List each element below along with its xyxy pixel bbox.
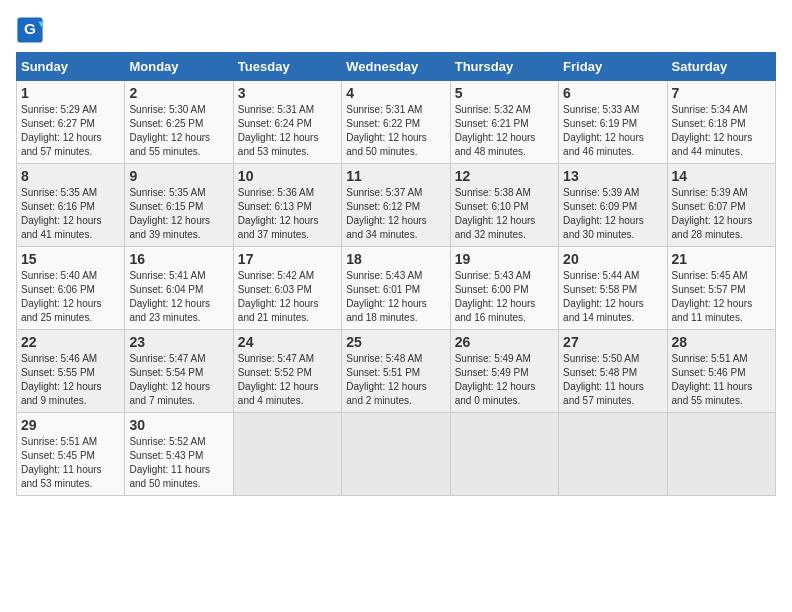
day-number: 1 (21, 85, 120, 101)
day-info: Sunrise: 5:44 AM Sunset: 5:58 PM Dayligh… (563, 269, 662, 325)
day-info: Sunrise: 5:38 AM Sunset: 6:10 PM Dayligh… (455, 186, 554, 242)
day-number: 19 (455, 251, 554, 267)
day-number: 13 (563, 168, 662, 184)
day-info: Sunrise: 5:32 AM Sunset: 6:21 PM Dayligh… (455, 103, 554, 159)
day-number: 18 (346, 251, 445, 267)
calendar-cell: 26Sunrise: 5:49 AM Sunset: 5:49 PM Dayli… (450, 330, 558, 413)
day-info: Sunrise: 5:36 AM Sunset: 6:13 PM Dayligh… (238, 186, 337, 242)
page-header: G (16, 16, 776, 44)
day-info: Sunrise: 5:49 AM Sunset: 5:49 PM Dayligh… (455, 352, 554, 408)
calendar-cell: 4Sunrise: 5:31 AM Sunset: 6:22 PM Daylig… (342, 81, 450, 164)
day-info: Sunrise: 5:39 AM Sunset: 6:09 PM Dayligh… (563, 186, 662, 242)
day-info: Sunrise: 5:50 AM Sunset: 5:48 PM Dayligh… (563, 352, 662, 408)
day-info: Sunrise: 5:35 AM Sunset: 6:15 PM Dayligh… (129, 186, 228, 242)
calendar-cell: 3Sunrise: 5:31 AM Sunset: 6:24 PM Daylig… (233, 81, 341, 164)
week-row-2: 15Sunrise: 5:40 AM Sunset: 6:06 PM Dayli… (17, 247, 776, 330)
day-number: 28 (672, 334, 771, 350)
header-tuesday: Tuesday (233, 53, 341, 81)
logo-icon: G (16, 16, 44, 44)
calendar-cell: 27Sunrise: 5:50 AM Sunset: 5:48 PM Dayli… (559, 330, 667, 413)
day-info: Sunrise: 5:42 AM Sunset: 6:03 PM Dayligh… (238, 269, 337, 325)
day-info: Sunrise: 5:45 AM Sunset: 5:57 PM Dayligh… (672, 269, 771, 325)
calendar-cell (342, 413, 450, 496)
day-info: Sunrise: 5:34 AM Sunset: 6:18 PM Dayligh… (672, 103, 771, 159)
day-info: Sunrise: 5:40 AM Sunset: 6:06 PM Dayligh… (21, 269, 120, 325)
day-info: Sunrise: 5:51 AM Sunset: 5:45 PM Dayligh… (21, 435, 120, 491)
calendar-cell: 17Sunrise: 5:42 AM Sunset: 6:03 PM Dayli… (233, 247, 341, 330)
week-row-1: 8Sunrise: 5:35 AM Sunset: 6:16 PM Daylig… (17, 164, 776, 247)
calendar-cell: 24Sunrise: 5:47 AM Sunset: 5:52 PM Dayli… (233, 330, 341, 413)
day-number: 4 (346, 85, 445, 101)
day-number: 30 (129, 417, 228, 433)
day-number: 3 (238, 85, 337, 101)
svg-text:G: G (24, 20, 36, 37)
calendar-cell: 8Sunrise: 5:35 AM Sunset: 6:16 PM Daylig… (17, 164, 125, 247)
day-number: 29 (21, 417, 120, 433)
header-saturday: Saturday (667, 53, 775, 81)
day-info: Sunrise: 5:35 AM Sunset: 6:16 PM Dayligh… (21, 186, 120, 242)
calendar-cell (450, 413, 558, 496)
day-info: Sunrise: 5:47 AM Sunset: 5:54 PM Dayligh… (129, 352, 228, 408)
day-number: 24 (238, 334, 337, 350)
calendar-cell: 7Sunrise: 5:34 AM Sunset: 6:18 PM Daylig… (667, 81, 775, 164)
calendar-cell: 11Sunrise: 5:37 AM Sunset: 6:12 PM Dayli… (342, 164, 450, 247)
calendar-cell: 5Sunrise: 5:32 AM Sunset: 6:21 PM Daylig… (450, 81, 558, 164)
day-number: 14 (672, 168, 771, 184)
header-row: SundayMondayTuesdayWednesdayThursdayFrid… (17, 53, 776, 81)
header-wednesday: Wednesday (342, 53, 450, 81)
day-number: 11 (346, 168, 445, 184)
calendar-table: SundayMondayTuesdayWednesdayThursdayFrid… (16, 52, 776, 496)
day-number: 16 (129, 251, 228, 267)
day-info: Sunrise: 5:43 AM Sunset: 6:01 PM Dayligh… (346, 269, 445, 325)
calendar-cell: 14Sunrise: 5:39 AM Sunset: 6:07 PM Dayli… (667, 164, 775, 247)
day-info: Sunrise: 5:43 AM Sunset: 6:00 PM Dayligh… (455, 269, 554, 325)
day-number: 25 (346, 334, 445, 350)
calendar-cell (667, 413, 775, 496)
day-info: Sunrise: 5:41 AM Sunset: 6:04 PM Dayligh… (129, 269, 228, 325)
day-number: 15 (21, 251, 120, 267)
header-friday: Friday (559, 53, 667, 81)
calendar-cell: 30Sunrise: 5:52 AM Sunset: 5:43 PM Dayli… (125, 413, 233, 496)
logo: G (16, 16, 48, 44)
calendar-cell: 18Sunrise: 5:43 AM Sunset: 6:01 PM Dayli… (342, 247, 450, 330)
day-number: 20 (563, 251, 662, 267)
calendar-cell: 19Sunrise: 5:43 AM Sunset: 6:00 PM Dayli… (450, 247, 558, 330)
day-number: 5 (455, 85, 554, 101)
day-number: 22 (21, 334, 120, 350)
day-number: 27 (563, 334, 662, 350)
calendar-cell: 10Sunrise: 5:36 AM Sunset: 6:13 PM Dayli… (233, 164, 341, 247)
day-info: Sunrise: 5:31 AM Sunset: 6:22 PM Dayligh… (346, 103, 445, 159)
day-info: Sunrise: 5:30 AM Sunset: 6:25 PM Dayligh… (129, 103, 228, 159)
day-number: 17 (238, 251, 337, 267)
day-info: Sunrise: 5:33 AM Sunset: 6:19 PM Dayligh… (563, 103, 662, 159)
day-number: 9 (129, 168, 228, 184)
day-number: 10 (238, 168, 337, 184)
day-info: Sunrise: 5:29 AM Sunset: 6:27 PM Dayligh… (21, 103, 120, 159)
day-info: Sunrise: 5:52 AM Sunset: 5:43 PM Dayligh… (129, 435, 228, 491)
day-info: Sunrise: 5:37 AM Sunset: 6:12 PM Dayligh… (346, 186, 445, 242)
calendar-cell: 1Sunrise: 5:29 AM Sunset: 6:27 PM Daylig… (17, 81, 125, 164)
calendar-cell: 2Sunrise: 5:30 AM Sunset: 6:25 PM Daylig… (125, 81, 233, 164)
day-number: 23 (129, 334, 228, 350)
day-info: Sunrise: 5:48 AM Sunset: 5:51 PM Dayligh… (346, 352, 445, 408)
calendar-cell: 6Sunrise: 5:33 AM Sunset: 6:19 PM Daylig… (559, 81, 667, 164)
day-info: Sunrise: 5:51 AM Sunset: 5:46 PM Dayligh… (672, 352, 771, 408)
calendar-cell: 21Sunrise: 5:45 AM Sunset: 5:57 PM Dayli… (667, 247, 775, 330)
calendar-cell: 15Sunrise: 5:40 AM Sunset: 6:06 PM Dayli… (17, 247, 125, 330)
week-row-3: 22Sunrise: 5:46 AM Sunset: 5:55 PM Dayli… (17, 330, 776, 413)
day-number: 6 (563, 85, 662, 101)
day-info: Sunrise: 5:39 AM Sunset: 6:07 PM Dayligh… (672, 186, 771, 242)
day-number: 8 (21, 168, 120, 184)
calendar-cell: 9Sunrise: 5:35 AM Sunset: 6:15 PM Daylig… (125, 164, 233, 247)
calendar-cell: 25Sunrise: 5:48 AM Sunset: 5:51 PM Dayli… (342, 330, 450, 413)
day-info: Sunrise: 5:47 AM Sunset: 5:52 PM Dayligh… (238, 352, 337, 408)
header-thursday: Thursday (450, 53, 558, 81)
calendar-cell (233, 413, 341, 496)
day-number: 7 (672, 85, 771, 101)
header-monday: Monday (125, 53, 233, 81)
day-info: Sunrise: 5:46 AM Sunset: 5:55 PM Dayligh… (21, 352, 120, 408)
week-row-4: 29Sunrise: 5:51 AM Sunset: 5:45 PM Dayli… (17, 413, 776, 496)
day-number: 12 (455, 168, 554, 184)
calendar-cell: 29Sunrise: 5:51 AM Sunset: 5:45 PM Dayli… (17, 413, 125, 496)
calendar-cell: 20Sunrise: 5:44 AM Sunset: 5:58 PM Dayli… (559, 247, 667, 330)
